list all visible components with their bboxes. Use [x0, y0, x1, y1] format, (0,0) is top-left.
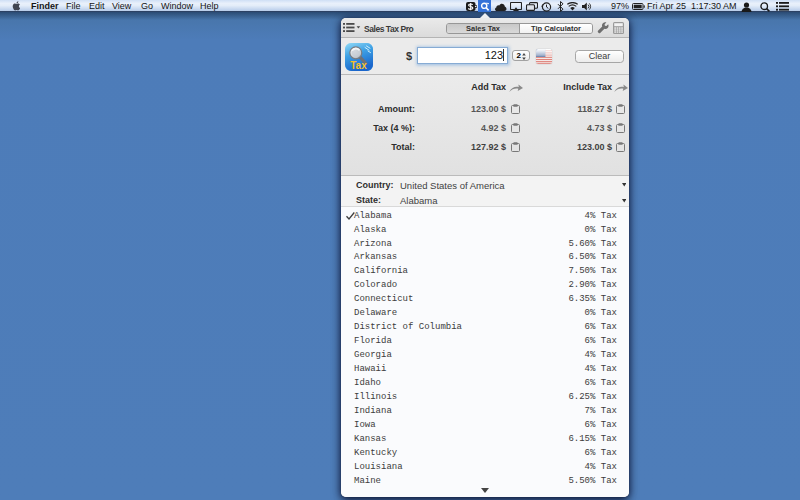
svg-text:Tax: Tax	[350, 59, 367, 70]
